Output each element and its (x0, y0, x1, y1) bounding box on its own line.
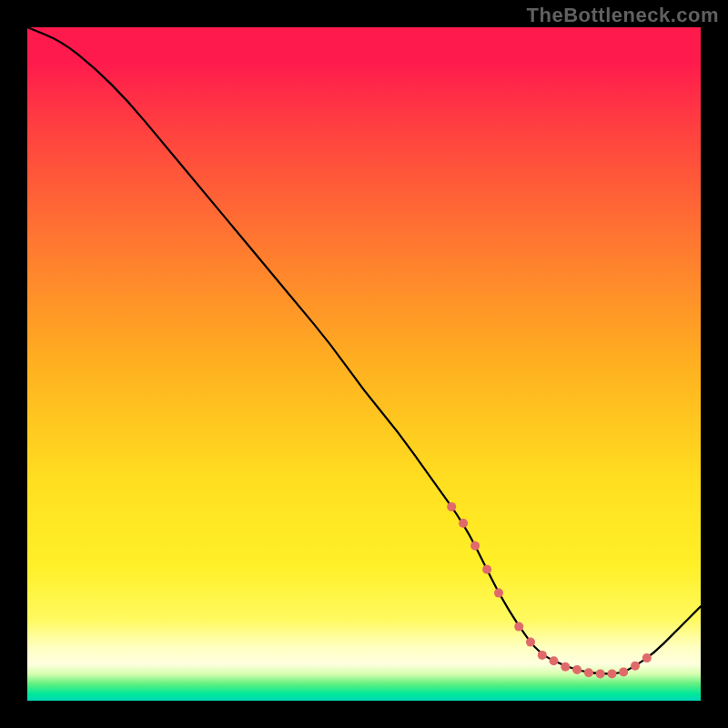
curve-dot (470, 541, 480, 551)
curve-dot (631, 662, 640, 671)
curve-dot (514, 622, 523, 632)
curve-dot (596, 669, 605, 678)
curve-overlay (27, 27, 701, 701)
bottleneck-curve (27, 27, 701, 673)
curve-dot (494, 589, 503, 598)
curve-dot (608, 669, 617, 678)
curve-dot (538, 651, 547, 660)
curve-dot (642, 653, 652, 662)
curve-dot (550, 656, 559, 665)
curve-dot (572, 665, 581, 674)
curve-dot (584, 668, 593, 677)
curve-dot (482, 565, 491, 574)
curve-dot (561, 662, 570, 672)
chart-frame: TheBottleneck.com (0, 0, 728, 728)
watermark-text: TheBottleneck.com (527, 4, 719, 27)
curve-dot (459, 519, 468, 528)
curve-dot (447, 502, 456, 511)
dotted-segment-group (447, 502, 652, 679)
curve-dot (619, 667, 628, 676)
curve-dot (526, 638, 535, 647)
